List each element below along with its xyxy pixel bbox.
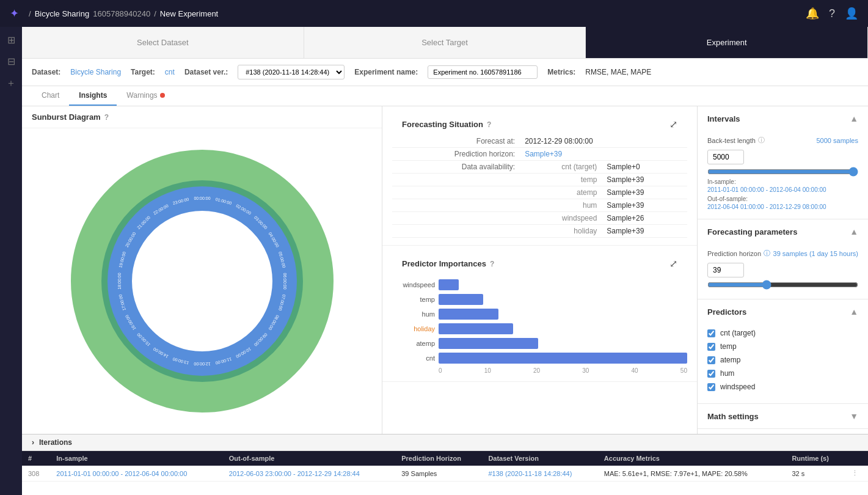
- tab-insights[interactable]: Insights: [69, 86, 117, 106]
- out-sample-text: Out-of-sample:: [707, 196, 858, 202]
- predictor-temp: temp: [707, 342, 858, 351]
- predictor-atemp: atemp: [707, 356, 858, 364]
- col-dataset-version: Dataset Version: [482, 451, 597, 466]
- out-sample-value: 2012-06-04 01:00:00 - 2012-12-29 08:00:0…: [707, 204, 858, 210]
- forecasting-params-collapse-icon[interactable]: ▲: [850, 227, 858, 237]
- output-settings-header[interactable]: Output settings ▼: [698, 429, 868, 434]
- tab-warnings[interactable]: Warnings: [117, 86, 174, 106]
- table-wrapper: # In-sample Out-of-sample Prediction Hor…: [22, 451, 868, 482]
- col-num: #: [22, 451, 50, 466]
- sunburst-help-icon[interactable]: ?: [104, 113, 109, 122]
- bar-label-holiday: holiday: [392, 325, 435, 332]
- bar-label-windspeed: windspeed: [392, 281, 435, 288]
- prediction-horizon-slider[interactable]: [707, 280, 858, 290]
- metrics-value: RMSE, MAE, MAPE: [585, 68, 651, 76]
- availability-cnt-value: Sample+0: [602, 161, 687, 174]
- predictor-windspeed-label: windspeed: [720, 383, 755, 391]
- in-sample-value: 2011-01-01 00:00:00 - 2012-06-04 00:00:0…: [707, 186, 858, 193]
- sidebar-icon-grid[interactable]: ⊞: [7, 34, 15, 46]
- forecast-at-label: Forecast at:: [392, 135, 520, 148]
- breadcrumb: / Bicycle Sharing 1605788940240 / New Ex…: [29, 9, 218, 18]
- predictor-cnt-checkbox[interactable]: [707, 329, 715, 337]
- notification-bell-button[interactable]: 🔔: [806, 7, 819, 20]
- bar-row-hum: hum: [392, 309, 687, 320]
- row-num: 308: [22, 466, 50, 482]
- back-test-input[interactable]: [707, 150, 744, 164]
- experiment-name-input[interactable]: [428, 65, 538, 79]
- availability-holiday-value: Sample+39: [602, 225, 687, 238]
- availability-temp-key: temp: [520, 174, 602, 186]
- forecast-table: Forecast at: 2012-12-29 08:00:00 Predict…: [392, 135, 687, 238]
- tab-chart[interactable]: Chart: [32, 86, 69, 106]
- predictors-header[interactable]: Predictors ▲: [698, 299, 868, 324]
- breadcrumb-project[interactable]: Bicycle Sharing: [35, 9, 90, 18]
- back-test-label: Back-test length ⓘ: [707, 136, 765, 145]
- step-select-dataset[interactable]: Select Dataset: [22, 27, 304, 58]
- predictor-atemp-checkbox[interactable]: [707, 356, 715, 364]
- forecast-header-row: Forecasting Situation ? ⤢: [392, 114, 687, 135]
- intervals-header[interactable]: Intervals ▲: [698, 106, 868, 131]
- main-container: ⊞ ⊟ ＋ Select Dataset Select Target Exper…: [0, 27, 868, 495]
- predictor-atemp-label: atemp: [720, 356, 740, 364]
- bar-row-holiday: holiday: [392, 323, 687, 334]
- bar-label-atemp: atemp: [392, 340, 435, 347]
- user-profile-button[interactable]: 👤: [845, 7, 858, 20]
- back-test-help-icon[interactable]: ⓘ: [758, 136, 765, 145]
- forecast-row-horizon: Prediction horizon: Sample+39: [392, 148, 687, 161]
- top-nav-right: 🔔 ? 👤: [806, 7, 858, 20]
- svg-point-0: [153, 232, 251, 330]
- forecast-help-icon[interactable]: ?: [487, 120, 491, 129]
- math-settings-section: Math settings ▼: [698, 404, 868, 429]
- predictor-windspeed: windspeed: [707, 383, 858, 391]
- bar-windspeed: [439, 279, 459, 290]
- prediction-horizon-label: Prediction horizon:: [392, 148, 520, 161]
- row-actions[interactable]: ⋮: [845, 466, 868, 482]
- breadcrumb-page[interactable]: New Experiment: [160, 9, 218, 18]
- sunburst-diagram: 00:00:00 01:00:00 02:00:00 03:00:00 04:0…: [71, 150, 334, 413]
- forecasting-params-header[interactable]: Forecasting parameters ▲: [698, 219, 868, 244]
- sidebar-icon-plus[interactable]: ＋: [6, 77, 16, 90]
- x-axis-20: 20: [533, 367, 540, 374]
- experiment-name-label: Experiment name:: [354, 68, 418, 76]
- x-axis-10: 10: [484, 367, 491, 374]
- forecast-expand-button[interactable]: ⤢: [669, 119, 677, 130]
- predictor-temp-checkbox[interactable]: [707, 343, 715, 351]
- col-in-sample: In-sample: [50, 451, 222, 466]
- predictor-windspeed-checkbox[interactable]: [707, 383, 715, 391]
- x-axis: 0 10 20 30 40 50: [392, 367, 687, 374]
- expand-left-icon[interactable]: ›: [32, 438, 34, 447]
- back-test-slider[interactable]: [707, 167, 858, 177]
- importance-chart: windspeed temp hum: [392, 279, 687, 374]
- intervals-collapse-icon[interactable]: ▲: [850, 114, 858, 123]
- step-select-target[interactable]: Select Target: [304, 27, 586, 58]
- bar-label-hum: hum: [392, 310, 435, 318]
- forecast-at-value: 2012-12-29 08:00:00: [520, 135, 687, 148]
- dataset-version-select[interactable]: #138 (2020-11-18 14:28:44): [238, 65, 345, 79]
- forecasting-params-content: Prediction horizon ⓘ 39 samples (1 day 1…: [698, 244, 868, 299]
- bar-label-temp: temp: [392, 296, 435, 303]
- sidebar-icon-table[interactable]: ⊟: [7, 56, 15, 67]
- forecast-row-hum: hum Sample+39: [392, 199, 687, 212]
- x-axis-40: 40: [632, 367, 638, 374]
- prediction-horizon-input[interactable]: [707, 263, 744, 277]
- importance-header-row: Predictor Importances ? ⤢: [392, 253, 687, 274]
- sunburst-area: 00:00:00 01:00:00 02:00:00 03:00:00 04:0…: [22, 128, 382, 434]
- predictor-hum-checkbox[interactable]: [707, 370, 715, 378]
- help-button[interactable]: ?: [829, 7, 835, 20]
- math-settings-header[interactable]: Math settings ▼: [698, 404, 868, 428]
- prediction-horizon-help-icon[interactable]: ⓘ: [764, 249, 770, 258]
- x-axis-50: 50: [680, 367, 687, 374]
- steps-bar: Select Dataset Select Target Experiment: [22, 27, 868, 59]
- dataset-ver-label: Dataset ver.:: [184, 68, 228, 76]
- importance-help-icon[interactable]: ?: [490, 260, 494, 268]
- predictors-collapse-icon[interactable]: ▲: [850, 307, 858, 317]
- step-experiment[interactable]: Experiment: [586, 27, 868, 58]
- math-settings-collapse-icon[interactable]: ▼: [850, 411, 858, 421]
- in-sample-text: In-sample:: [707, 178, 858, 185]
- breadcrumb-id: 1605788940240: [93, 9, 150, 18]
- col-runtime: Runtime (s): [786, 451, 845, 466]
- importance-expand-button[interactable]: ⤢: [669, 258, 677, 270]
- row-accuracy-metrics: MAE: 5.61e+1, RMSE: 7.97e+1, MAPE: 20.58…: [598, 466, 786, 482]
- intervals-section: Intervals ▲ Back-test length ⓘ 5000 samp…: [698, 106, 868, 219]
- bar-container-hum: [439, 309, 687, 320]
